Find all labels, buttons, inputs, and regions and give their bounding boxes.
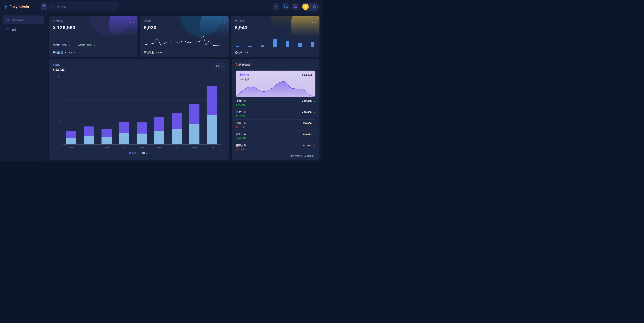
metric-value: 12% [87,44,92,46]
stacked-bar[interactable] [102,129,112,145]
mini-bar [286,41,289,47]
growth-legend: LonBor [53,152,225,154]
store-row[interactable]: 合肥分店¥ 10,000▲6% 利润 [236,108,316,120]
footer-value: 9,431 [156,51,162,54]
stacked-bar[interactable] [66,131,76,145]
notification-bell-icon [294,5,297,9]
growth-xlabels: 199119921993199419951996199719981999 [62,146,221,149]
mini-bar [261,46,264,47]
metric-value: 12% [62,44,67,46]
store-row[interactable]: 苏州分店¥ 9,423▲14% 利润 [236,131,316,142]
trend-up-icon: ▲ [313,133,315,135]
store-value: ¥ 12,423 [302,100,312,102]
store-row[interactable]: 上海分店¥ 12,423▲20% 利润 [236,97,316,108]
store-name: 苏州分店 [236,133,246,136]
featured-store-card[interactable]: 上海分店 ¥ 12,423 20% 利润 [236,71,316,97]
store-name: 合肥分店 [236,111,246,114]
trend-up-icon: ▲ [94,44,95,46]
lightning-toggle-icon [302,4,309,10]
card-visits: i 访问量 8,930 日访问量 9,431 [140,16,228,57]
y-tick-label: 30 [58,76,60,78]
x-tick-label: 1992 [80,146,98,149]
ellipsis-icon[interactable]: ··· [312,64,316,66]
store-row[interactable]: 北京分店¥ 8,000▼8% 亏损 [236,120,316,131]
y-tick-label: 10 [58,121,60,123]
x-tick-label: 1998 [186,146,203,149]
sidebar-item-dashboard[interactable]: Dashboard [3,16,44,24]
sidebar-item-table[interactable]: 表格 [3,25,44,34]
x-tick-label: 1997 [168,146,186,149]
store-name: 北京分店 [236,122,246,125]
trend-down-icon: ▼ [313,145,315,147]
translate-icon: 文A [284,5,288,9]
store-value: ¥ 10,000 [302,111,312,114]
stacked-bar[interactable] [137,122,147,145]
store-note: 6% 利润 [236,115,315,118]
growth-bars [62,77,221,145]
lightning-bolt-icon [4,5,8,9]
mini-bar [273,40,277,47]
x-tick-label: 1994 [115,146,133,149]
info-icon[interactable]: i [130,19,134,23]
card-title: 支付笔数 [235,20,316,23]
notifications-button[interactable] [292,3,298,10]
menu-icon [43,6,46,6]
stacked-bar[interactable] [172,113,182,145]
growth-amount: ¥ 12,423 [53,68,65,72]
stacked-bar[interactable] [154,117,164,145]
store-name: 上海分店 [236,99,246,103]
growth-plot-area: 0102030 [62,77,221,145]
footer-label: 日访问量 [144,51,154,54]
info-icon[interactable]: i [221,19,225,23]
footer-label: 日销售额 [53,51,63,54]
table-icon [6,28,9,31]
store-sales-panel: 门店销售额 ··· 上海分店 ¥ 12,423 20% 利润 [232,59,320,160]
y-tick-label: 20 [58,98,60,101]
visits-sparkline-chart [144,35,224,47]
theme-button[interactable] [273,3,280,10]
store-value: ¥ 7,423 [303,144,312,147]
search-bar[interactable] [50,3,118,11]
metric-label: 日同比 [78,43,85,47]
metric-label: 周同比 [53,43,60,47]
featured-store-value: ¥ 12,423 [302,73,312,77]
brand-logo: fluxy-admin [0,5,41,9]
brand-name: fluxy-admin [10,5,29,9]
legend-item[interactable]: Lon [129,152,136,154]
footer-value: ¥ 12,423 [65,51,75,54]
stacked-bar[interactable] [207,86,217,145]
x-tick-label: 1991 [62,146,80,149]
stacked-bar[interactable] [189,104,200,145]
x-tick-label: 1995 [133,146,150,149]
main-content: i 总销售额 ¥ 126,560 周同比 12% ▼ 日同比 [47,14,322,162]
featured-store-note: 20% 利润 [236,77,316,81]
store-value: ¥ 8,000 [303,122,312,125]
app-root: fluxy-admin [0,0,322,162]
stats-row: i 总销售额 ¥ 126,560 周同比 12% ▼ 日同比 [49,16,320,57]
store-list: 上海分店¥ 12,423▲20% 利润合肥分店¥ 10,000▲6% 利润北京分… [236,97,316,157]
card-title: 总销售额 [53,20,134,23]
trend-up-icon: ▲ [313,111,315,113]
store-row[interactable]: 南京分店¥ 7,423▼6% 亏损 [236,142,316,153]
language-button[interactable]: 文A [282,3,289,10]
search-icon [52,6,55,8]
sidebar-item-label: Dashboard [12,19,24,21]
payments-mini-bar-chart [235,38,316,47]
trend-down-icon: ▼ [68,44,70,46]
trend-up-icon: ▲ [313,100,315,102]
trend-down-icon: ▼ [313,122,315,124]
growth-title: 总增长 [53,63,65,67]
mini-bar [311,42,314,47]
stacked-bar[interactable] [119,122,129,145]
settings-gear-icon[interactable] [312,5,316,9]
card-total-sales: i 总销售额 ¥ 126,560 周同比 12% ▼ 日同比 [49,16,138,57]
search-input[interactable] [56,6,115,8]
theme-mode-toggle[interactable] [302,3,319,11]
stacked-bar[interactable] [84,126,94,145]
date-range-dropdown[interactable]: 今日 ∨ [213,63,225,69]
topbar: fluxy-admin [0,0,322,14]
menu-toggle-button[interactable] [41,3,47,10]
featured-store-name: 上海分店 [239,73,249,77]
info-icon[interactable]: i [312,19,316,23]
legend-item[interactable]: Bor [142,152,149,154]
